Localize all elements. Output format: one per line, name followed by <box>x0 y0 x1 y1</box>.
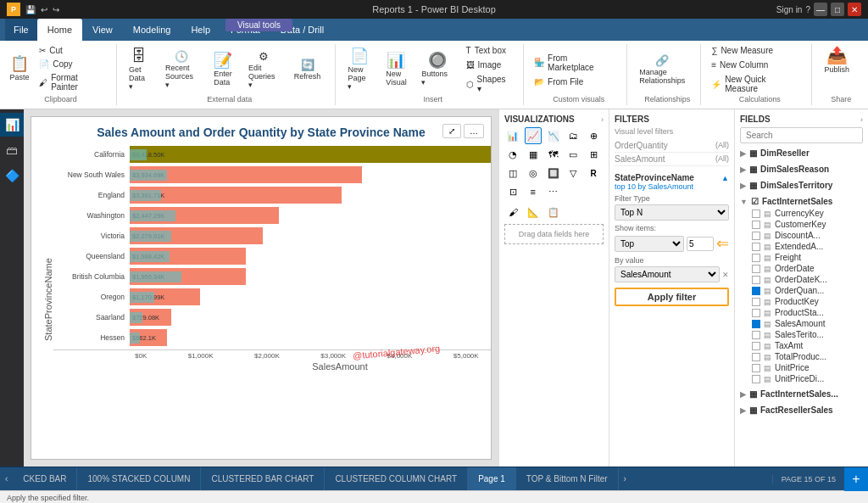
enter-data-button[interactable]: 📝EnterData <box>208 50 238 89</box>
text-box-button[interactable]: TText box <box>463 44 514 57</box>
quick-access-undo[interactable]: ↩ <box>41 5 47 14</box>
field-checkbox[interactable] <box>752 364 760 372</box>
field-item[interactable]: ▤ProductKey <box>740 296 863 307</box>
data-view-btn[interactable]: 🗃 <box>0 138 24 162</box>
viz-icon-more[interactable]: ⋯ <box>545 183 562 200</box>
refresh-button[interactable]: 🔄Refresh <box>290 57 326 83</box>
fields-search-input[interactable] <box>740 127 863 143</box>
field-checkbox[interactable] <box>752 276 760 284</box>
field-checkbox[interactable] <box>752 254 760 262</box>
recent-sources-button[interactable]: 🕓RecentSources ▾ <box>160 48 203 92</box>
shapes-button[interactable]: ⬡Shapes ▾ <box>463 73 514 95</box>
tab-file[interactable]: File <box>5 19 37 41</box>
tab-view[interactable]: View <box>82 19 123 41</box>
field-group-header[interactable]: ▶▦DimSalesTerritory <box>740 179 863 192</box>
field-item[interactable]: ▤SalesAmount <box>740 318 863 329</box>
image-button[interactable]: 🖼Image <box>463 59 514 71</box>
scroll-right-btn[interactable]: › <box>619 467 632 490</box>
scroll-left-btn[interactable]: ‹ <box>0 467 13 490</box>
show-direction-select[interactable]: Top <box>615 236 684 252</box>
field-item[interactable]: ▤UnitPrice <box>740 362 863 373</box>
paste-button[interactable]: 📋 Paste <box>5 53 34 84</box>
field-item[interactable]: ▤Freight <box>740 252 863 263</box>
viz-icon-pie[interactable]: ◔ <box>504 146 521 163</box>
viz-fields-icon[interactable]: 📋 <box>545 204 562 221</box>
filter-type-select[interactable]: Top N <box>615 204 729 221</box>
model-view-btn[interactable]: 🔷 <box>0 164 24 187</box>
viz-icon-r[interactable]: R <box>585 165 602 182</box>
field-group-header[interactable]: ▶▦FactResellerSales <box>740 404 863 416</box>
quick-access-redo[interactable]: ↪ <box>53 5 59 14</box>
field-item[interactable]: ▤TaxAmt <box>740 340 863 351</box>
filter-sales-amount[interactable]: SalesAmount (All) <box>615 153 729 166</box>
help-icon[interactable]: ? <box>805 5 810 14</box>
viz-icon-map[interactable]: 🗺 <box>545 146 562 163</box>
viz-icon-waterfall[interactable]: 🔲 <box>545 165 562 182</box>
field-item[interactable]: ▤DiscountA... <box>740 230 863 241</box>
tab-modeling[interactable]: Modeling <box>123 19 181 41</box>
add-page-btn[interactable]: + <box>844 467 868 491</box>
status-tab[interactable]: CLUSTERED COLUMN CHART <box>325 467 468 490</box>
field-checkbox[interactable] <box>752 221 760 229</box>
field-item[interactable]: ▤ProductSta... <box>740 307 863 318</box>
manage-relationships-button[interactable]: 🔗ManageRelationships <box>634 53 690 87</box>
field-checkbox[interactable] <box>752 287 760 295</box>
viz-icon-line[interactable]: 📉 <box>545 127 562 144</box>
viz-icon-funnel[interactable]: ▽ <box>565 165 581 182</box>
edit-queries-button[interactable]: ⚙EditQueries ▾ <box>243 48 285 92</box>
viz-icon-card[interactable]: ▭ <box>565 146 581 163</box>
viz-icon-bar[interactable]: 📊 <box>504 127 521 144</box>
viz-analytics-icon[interactable]: 📐 <box>525 204 542 221</box>
tab-home[interactable]: Home <box>37 19 82 41</box>
viz-icon-matrix[interactable]: ◫ <box>504 165 521 182</box>
field-checkbox[interactable] <box>752 265 760 273</box>
viz-icon-gauge[interactable]: ◎ <box>525 165 542 182</box>
field-checkbox[interactable] <box>752 353 760 361</box>
field-checkbox[interactable] <box>752 320 760 328</box>
viz-icon-scatter[interactable]: ⊕ <box>585 127 602 144</box>
status-tab[interactable]: 100% STACKED COLUMN <box>77 467 201 490</box>
field-item[interactable]: ▤ExtendedA... <box>740 241 863 252</box>
new-measure-button[interactable]: ∑New Measure <box>708 44 801 57</box>
field-checkbox[interactable] <box>752 210 760 218</box>
by-value-select[interactable]: SalesAmount <box>615 266 720 282</box>
viz-format-icon[interactable]: 🖌 <box>504 204 521 221</box>
viz-icon-filter[interactable]: ⊡ <box>504 183 521 200</box>
field-checkbox[interactable] <box>752 331 760 339</box>
field-group-header[interactable]: ▶▦FactInternetSales... <box>740 388 863 400</box>
status-tab[interactable]: CLUSTERED BAR CHART <box>201 467 325 490</box>
field-checkbox[interactable] <box>752 309 760 317</box>
apply-filter-btn[interactable]: Apply filter <box>615 288 729 306</box>
copy-button[interactable]: 📄Copy <box>36 58 108 70</box>
field-item[interactable]: ▤TotalProduc... <box>740 351 863 362</box>
field-item[interactable]: ▤CurrencyKey <box>740 208 863 219</box>
field-item[interactable]: ▤OrderQuan... <box>740 285 863 296</box>
tab-help[interactable]: Help <box>181 19 220 41</box>
new-visual-button[interactable]: 📊NewVisual <box>381 50 411 89</box>
from-file-button[interactable]: 📂From File <box>531 75 616 88</box>
close-btn[interactable]: ✕ <box>848 3 861 16</box>
minimize-btn[interactable]: — <box>814 3 827 16</box>
status-tab[interactable]: CKED BAR <box>13 467 77 490</box>
viz-icon-slicer[interactable]: ≡ <box>525 183 542 200</box>
filter-order-qty[interactable]: OrderQuantity (All) <box>615 139 729 153</box>
field-item[interactable]: ▤SalesTerito... <box>740 329 863 340</box>
visual-tools-tab[interactable]: Visual tools <box>225 19 292 31</box>
field-checkbox[interactable] <box>752 232 760 240</box>
maximize-btn[interactable]: □ <box>831 3 844 16</box>
from-marketplace-button[interactable]: 🏪From Marketplace <box>531 52 616 74</box>
field-group-header[interactable]: ▶▦DimReseller <box>740 147 863 159</box>
viz-icon-column[interactable]: 📈 <box>525 127 542 144</box>
new-quick-measure-button[interactable]: ⚡New Quick Measure <box>708 73 801 95</box>
more-options-btn[interactable]: … <box>464 124 484 138</box>
field-checkbox[interactable] <box>752 342 760 350</box>
field-group-header[interactable]: ▶▦DimSalesReason <box>740 163 863 176</box>
viz-icon-table[interactable]: ⊞ <box>585 146 602 163</box>
sign-in-link[interactable]: Sign in <box>776 5 803 14</box>
show-count-input[interactable] <box>687 237 714 251</box>
new-page-button[interactable]: 📄NewPage ▾ <box>342 46 376 93</box>
field-item[interactable]: ▤CustomerKey <box>740 219 863 230</box>
status-tab[interactable]: TOP & Bittom N Filter <box>516 467 619 490</box>
viz-panel-expand[interactable]: › <box>601 115 604 124</box>
by-value-expand[interactable]: ✕ <box>722 271 729 279</box>
